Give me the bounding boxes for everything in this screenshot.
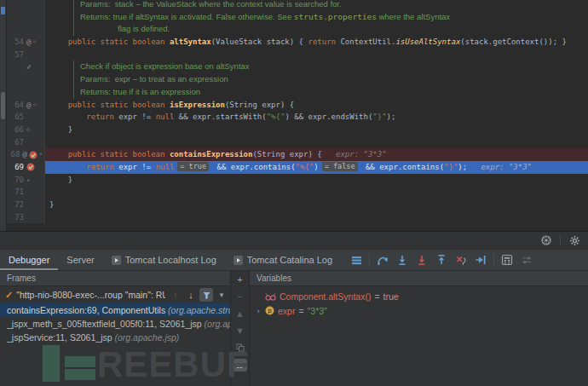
tab-tomcat-localhost-log[interactable]: Tomcat Localhost Log (103, 250, 225, 270)
arrow-up-button[interactable]: ↑ (169, 288, 182, 302)
gutter[interactable]: 54@▫ (7, 36, 45, 49)
gutter[interactable]: 66◇ (7, 124, 45, 136)
gutter[interactable] (7, 11, 45, 24)
equals-sign: = (374, 291, 379, 302)
code-text: } (45, 124, 588, 136)
inline-param-hint: expr: "3*3" (336, 150, 387, 158)
duplicate-watch-button[interactable] (233, 342, 247, 354)
tab-label: Debugger (9, 255, 49, 265)
gutter[interactable] (7, 0, 45, 11)
gutter[interactable]: 68@▾ (7, 148, 45, 161)
code-segment: flag is defined. (118, 24, 170, 33)
arrow-down-button[interactable]: ↓ (184, 288, 198, 302)
gutter[interactable] (7, 73, 45, 86)
tab-debugger[interactable]: Debugger (0, 250, 58, 270)
wheel-icon[interactable] (539, 233, 553, 247)
step-into-icon[interactable] (395, 253, 409, 267)
code-line-67: 67 (7, 136, 588, 149)
gutter-icons (24, 0, 44, 11)
code-segment: ); (458, 163, 481, 171)
gutter[interactable]: 73 (7, 211, 45, 224)
doc-comment: Returns: true if it is an expression (73, 86, 200, 99)
line-number: 64 (10, 99, 24, 112)
step-over-icon[interactable] (376, 253, 389, 267)
variable-value: "3*3" (308, 306, 327, 316)
add-watch-button[interactable]: + (233, 274, 247, 285)
gutter[interactable]: 65 (7, 111, 45, 124)
gutter[interactable]: 67 (7, 136, 45, 149)
gutter[interactable]: 70▴ (7, 174, 45, 187)
evaluate-icon[interactable] (500, 253, 514, 267)
code-segment: return (49, 112, 118, 121)
gutter[interactable] (7, 23, 45, 36)
code-text: Params: stack – the ValueStack where the… (45, 0, 588, 11)
expand-chevron-icon[interactable]: › (255, 307, 262, 315)
run-icon (233, 256, 243, 265)
gutter[interactable]: 64@▫ (7, 99, 45, 112)
code-line: ✎Check if object is expression base on a… (7, 60, 588, 73)
breakpoint-icon[interactable] (26, 163, 35, 171)
frame-location: containsExpression:69, ComponentUtils (7, 305, 168, 315)
frame-row[interactable]: _jspx_meth_s_005ftextfield_005f0:11, S20… (0, 317, 230, 331)
code-segment: null (156, 112, 175, 121)
thread-selector[interactable]: ✓ "http-nio-8080-exec-...roup "main": RU… (0, 286, 230, 303)
gutter[interactable]: 69 (7, 161, 45, 174)
remove-watch-button[interactable]: − (233, 291, 247, 302)
filter-button[interactable] (199, 288, 213, 302)
code-line-64: 64@▫ public static boolean isExpression(… (7, 99, 588, 112)
code-editor[interactable]: Params: stack – the ValueStack where the… (0, 0, 588, 231)
scrollbar-thumb[interactable] (1, 92, 5, 119)
sliders-muted-icon[interactable] (520, 253, 533, 267)
code-segment: (String expr) { (225, 101, 294, 109)
code-line-68: 68@▾ public static boolean containsExpre… (7, 148, 588, 161)
editor-left-scrollbar[interactable] (0, 0, 7, 231)
tab-tomcat-catalina-log[interactable]: Tomcat Catalina Log (225, 250, 341, 270)
doc-comment: Returns: true if altSyntax is activated.… (73, 11, 450, 24)
gutter[interactable]: 71 (7, 186, 45, 199)
debug-tool-window: DebuggerServerTomcat Localhost LogTomcat… (0, 231, 588, 386)
code-line-73: 73 (7, 211, 588, 224)
at-icon: @ (26, 36, 31, 49)
gutter-icons (24, 161, 44, 174)
variable-row[interactable]: Component.altSyntax() = true (250, 289, 588, 303)
variables-title: Variables (257, 274, 291, 283)
caret-down-button[interactable]: ▾ (215, 288, 228, 302)
frame-row[interactable]: _jspService:11, S2061_jsp (org.apache.js… (0, 331, 230, 344)
run-to-cursor-icon[interactable] (474, 253, 487, 267)
code-segment: where the altSyntax (377, 12, 450, 21)
layout-menu-icon[interactable] (349, 253, 363, 267)
gutter-icons (24, 136, 44, 149)
variable-row[interactable]: ›pexpr = "3*3" (250, 303, 588, 318)
move-up-watch-button[interactable]: ▲ (233, 308, 247, 320)
gutter-icons (24, 211, 44, 224)
gutter[interactable]: 72 (7, 199, 45, 211)
step-out-icon[interactable] (435, 253, 448, 267)
variables-list: Component.altSyntax() = true›pexpr = "3*… (250, 286, 588, 386)
gear-icon[interactable] (568, 233, 581, 247)
code-segment: Params: expr – to treat as an expression (80, 74, 228, 84)
frames-pane: Frames ✓ "http-nio-8080-exec-...roup "ma… (0, 271, 231, 386)
frame-package: (org.apache.jsp) (114, 332, 179, 343)
line-number (10, 23, 24, 36)
code-text: return expr != null= true && expr.contai… (45, 161, 588, 174)
gutter[interactable]: ✎ (7, 60, 45, 73)
frames-header: Frames (0, 271, 230, 286)
code-segment: && expr.startsWith( (174, 112, 266, 121)
gutter[interactable] (7, 86, 45, 99)
frame-row[interactable]: containsExpression:69, ComponentUtils (o… (0, 303, 230, 317)
foldsq-icon: ▫ (32, 36, 37, 49)
breakpoint-icon[interactable] (29, 151, 37, 159)
line-number: 73 (10, 211, 24, 224)
line-number: 66 (10, 124, 24, 136)
infinity-watch-button[interactable]: ∞ (233, 359, 247, 372)
move-down-watch-button[interactable]: ▼ (233, 325, 247, 337)
code-segment: containsExpression (170, 150, 253, 158)
code-segment: Params: stack – the ValueStack where the… (80, 0, 342, 9)
code-text: } (45, 174, 588, 187)
code-segment: public static boolean (49, 37, 170, 46)
drop-frame-icon[interactable] (454, 253, 468, 267)
code-segment: public static boolean (49, 150, 170, 158)
force-step-into-icon[interactable] (415, 253, 429, 267)
gutter[interactable]: 57 (7, 49, 45, 61)
tab-server[interactable]: Server (58, 250, 102, 270)
